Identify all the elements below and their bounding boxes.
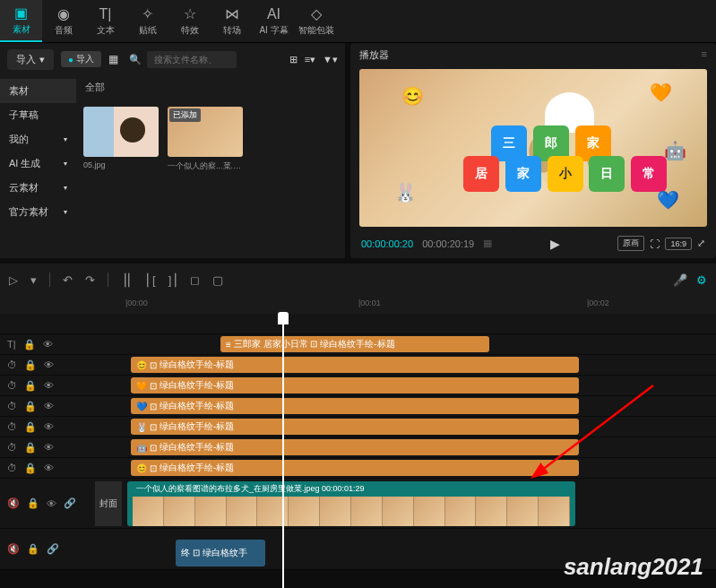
track-row: ⏱🔒👁 🤖⊡绿白格纹手绘-标题 xyxy=(0,437,716,458)
lock-icon[interactable]: 🔒 xyxy=(24,463,37,474)
sidebar: 素材 子草稿 我的▾ AI 生成▾ 云素材▾ 官方素材▾ xyxy=(0,75,76,258)
clock-icon: ⏱ xyxy=(7,359,17,370)
title-clip[interactable]: ≡三郎家 居家小日常 ⊡ 绿白格纹手绘-标题 xyxy=(220,336,489,352)
import-button[interactable]: ●导入 xyxy=(61,51,101,67)
crop-tool[interactable]: ◻ xyxy=(190,273,200,287)
audio-clip[interactable]: 终 ⊡ 绿白格纹手 xyxy=(176,540,265,566)
effects-icon: ☆ xyxy=(184,5,196,22)
lock-icon[interactable]: 🔒 xyxy=(27,543,39,555)
emoji-icon: 🐰 xyxy=(394,182,417,203)
sticker-clip[interactable]: 🐰⊡绿白格纹手绘-标题 xyxy=(131,419,579,435)
eye-icon[interactable]: 👁 xyxy=(44,442,54,453)
link-icon[interactable]: 🔗 xyxy=(64,497,76,509)
settings-icon[interactable]: ⚙ xyxy=(696,273,707,287)
mute-icon[interactable]: 🔇 xyxy=(7,543,20,555)
link-icon[interactable]: 🔗 xyxy=(47,543,59,555)
eye-icon[interactable]: 👁 xyxy=(44,359,54,370)
chevron-down-icon: ▾ xyxy=(64,208,67,216)
crop-icon[interactable]: ⛶ xyxy=(650,238,660,249)
title-badge: 家 xyxy=(505,156,541,192)
view-mode-icon[interactable]: ▦ xyxy=(483,238,492,249)
tool-audio[interactable]: ◉音频 xyxy=(42,0,84,42)
transition-icon: ⋈ xyxy=(225,5,239,22)
lock-icon[interactable]: 🔒 xyxy=(27,497,39,509)
player-title: 播放器 xyxy=(359,48,389,62)
player-menu-icon[interactable]: ≡ xyxy=(702,48,707,62)
watermark: sanlang2021 xyxy=(564,553,703,581)
eye-icon[interactable]: 👁 xyxy=(44,421,54,432)
ratio-original[interactable]: 原画 xyxy=(617,236,644,251)
grid-view-icon[interactable]: ▦ xyxy=(108,53,118,65)
eye-icon[interactable]: 👁 xyxy=(43,339,53,350)
eye-icon[interactable]: 👁 xyxy=(44,380,54,391)
sidebar-item-draft[interactable]: 子草稿 xyxy=(0,103,76,127)
title-badge: 常 xyxy=(631,156,667,192)
title-badge: 小 xyxy=(548,156,583,192)
play-button[interactable]: ▶ xyxy=(550,237,560,251)
sticker-clip[interactable]: 😊⊡绿白格纹手绘-标题 xyxy=(131,357,579,373)
emoji-icon: 💙 xyxy=(657,189,679,211)
tool-media[interactable]: ▣素材 xyxy=(0,0,42,42)
import-dropdown[interactable]: 导入▾ xyxy=(7,49,54,70)
eye-icon[interactable]: 👁 xyxy=(44,463,54,473)
media-panel: 导入▾ ●导入 ▦ 🔍 ⊞ ≡▾ ▼▾ 素材 子草稿 我的▾ AI 生成▾ 云素… xyxy=(0,43,345,258)
timeline-ruler[interactable]: |00:00 |00:01 |00:02 xyxy=(0,296,716,314)
pointer-tool[interactable]: ▷ xyxy=(9,273,18,287)
media-item[interactable]: 已添加 一个似人的察...菜.jpeg xyxy=(168,107,243,172)
mute-icon[interactable]: 🔇 xyxy=(7,497,20,509)
sort-icon[interactable]: ⊞ xyxy=(289,54,298,65)
eye-icon[interactable]: 👁 xyxy=(47,498,56,509)
title-badge: 日 xyxy=(589,156,625,192)
sidebar-item-media[interactable]: 素材 xyxy=(0,79,76,103)
tool-effects[interactable]: ☆特效 xyxy=(168,0,211,42)
lock-icon[interactable]: 🔒 xyxy=(24,401,37,412)
playhead[interactable] xyxy=(282,314,284,588)
cover-button[interactable]: 封面 xyxy=(95,481,122,526)
fullscreen-icon[interactable]: ⤢ xyxy=(697,238,705,249)
lock-icon[interactable]: 🔒 xyxy=(24,380,37,392)
lock-icon[interactable]: 🔒 xyxy=(24,442,37,454)
filter-icon[interactable]: ▼▾ xyxy=(323,54,338,65)
tool-text[interactable]: T|文本 xyxy=(84,0,126,42)
sticker-clip[interactable]: 💙⊡绿白格纹手绘-标题 xyxy=(131,398,579,414)
sticker-clip[interactable]: 😊⊡绿白格纹手绘-标题 xyxy=(131,460,579,476)
lock-icon[interactable]: 🔒 xyxy=(24,421,37,433)
sticker-clip[interactable]: 🤖⊡绿白格纹手绘-标题 xyxy=(131,439,579,455)
sidebar-item-mine[interactable]: 我的▾ xyxy=(0,127,76,151)
sidebar-item-cloud[interactable]: 云素材▾ xyxy=(0,176,76,200)
clock-icon: ⏱ xyxy=(7,401,17,411)
ratio-169[interactable]: 16:9 xyxy=(665,238,692,250)
list-icon[interactable]: ≡▾ xyxy=(305,54,315,65)
clock-icon: ⏱ xyxy=(7,442,17,453)
chevron-down-icon[interactable]: ▾ xyxy=(30,273,37,287)
lock-icon[interactable]: 🔒 xyxy=(24,359,37,371)
split-right-tool[interactable]: ]⎥ xyxy=(168,273,178,287)
sidebar-item-ai[interactable]: AI 生成▾ xyxy=(0,151,76,176)
track-row: ⏱🔒👁 🧡⊡绿白格纹手绘-标题 xyxy=(0,376,716,396)
undo-button[interactable]: ↶ xyxy=(63,273,73,287)
tool-ai-subtitle[interactable]: AIAI 字幕 xyxy=(253,0,295,42)
tool-transition[interactable]: ⋈转场 xyxy=(211,0,253,42)
track-row: ⏱🔒👁 🐰⊡绿白格纹手绘-标题 xyxy=(0,417,716,437)
split-left-tool[interactable]: ⎢[ xyxy=(146,273,156,287)
emoji-icon: 🤖 xyxy=(664,140,686,161)
chevron-down-icon: ▾ xyxy=(39,54,45,65)
tool-sticker[interactable]: ✧贴纸 xyxy=(126,0,168,42)
search-input[interactable] xyxy=(147,51,237,68)
sticker-icon: ✧ xyxy=(142,5,153,22)
delete-tool[interactable]: ▢ xyxy=(212,273,223,287)
sidebar-item-official[interactable]: 官方素材▾ xyxy=(0,200,76,224)
split-tool[interactable]: ⎥⎢ xyxy=(121,273,134,287)
media-item[interactable]: 05.jpg xyxy=(83,107,159,169)
lock-icon[interactable]: 🔒 xyxy=(23,339,36,350)
player-viewport[interactable]: 三 郎 家 居 家 小 日 常 😊 🧡 🐰 🤖 💙 xyxy=(359,69,707,227)
mic-icon[interactable]: 🎤 xyxy=(673,273,687,287)
redo-button[interactable]: ↷ xyxy=(85,273,95,287)
tool-smart-package[interactable]: ◇智能包装 xyxy=(295,0,337,42)
sticker-clip[interactable]: 🧡⊡绿白格纹手绘-标题 xyxy=(131,377,579,393)
search-icon: 🔍 xyxy=(129,54,142,65)
clock-icon: ⏱ xyxy=(7,463,17,473)
eye-icon[interactable]: 👁 xyxy=(44,401,54,411)
video-clip[interactable]: 一个似人的察看图谱的布拉多犬_在厨房里做菜.jpeg 00:00:01:29 xyxy=(127,481,575,526)
clock-icon: ⏱ xyxy=(7,421,17,432)
